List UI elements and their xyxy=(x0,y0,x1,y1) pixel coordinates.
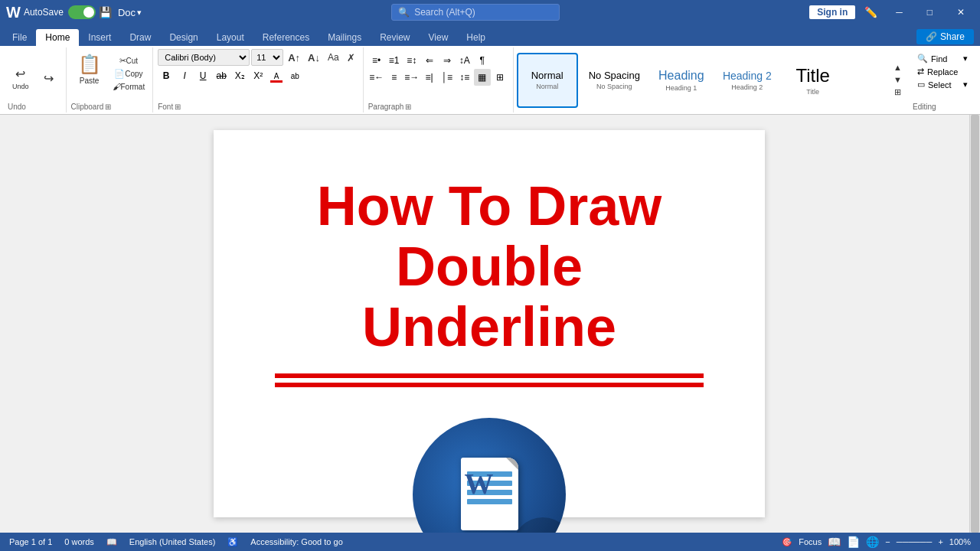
copy-button[interactable]: 📄 Copy xyxy=(109,68,149,80)
font-size-select[interactable]: 11 xyxy=(251,49,283,66)
style-heading1[interactable]: Heading Heading 1 xyxy=(651,53,712,108)
italic-button[interactable]: I xyxy=(176,67,193,84)
line-spacing-button[interactable]: ↕≡ xyxy=(456,69,473,86)
minimize-button[interactable]: ─ xyxy=(887,0,912,24)
feedback-icon[interactable]: ✏️ xyxy=(864,6,877,18)
decrease-indent-button[interactable]: ⇐ xyxy=(421,52,438,69)
title-line-1: How To Draw xyxy=(275,176,704,236)
tab-design[interactable]: Design xyxy=(160,29,207,46)
tab-view[interactable]: View xyxy=(420,29,458,46)
format-painter-button[interactable]: 🖌 Format xyxy=(109,81,149,92)
left-margin xyxy=(0,115,9,533)
tab-references[interactable]: References xyxy=(253,29,318,46)
justify-button[interactable]: ≡| xyxy=(421,69,438,86)
styles-up-button[interactable]: ▲ xyxy=(890,62,905,73)
double-underline xyxy=(275,373,704,387)
spell-check-icon[interactable]: 📖 xyxy=(106,537,117,547)
align-center-button[interactable]: ≡ xyxy=(386,69,403,86)
shading-button[interactable]: ▦ xyxy=(474,69,491,86)
tab-draw[interactable]: Draw xyxy=(120,29,160,46)
accessibility-icon: ♿ xyxy=(227,537,238,547)
tab-layout[interactable]: Layout xyxy=(207,29,253,46)
zoom-level[interactable]: 100% xyxy=(949,537,971,546)
clear-format-button[interactable]: ✗ xyxy=(344,51,358,64)
share-button[interactable]: 🔗 Share xyxy=(916,29,974,44)
language[interactable]: English (United States) xyxy=(129,537,216,546)
view-web-icon[interactable]: 🌐 xyxy=(866,536,879,548)
underline-button[interactable]: U xyxy=(194,67,211,84)
style-heading2[interactable]: Heading 2 Heading 2 xyxy=(715,53,779,108)
undo-group: ↩ Undo ↪ Undo xyxy=(3,47,67,112)
word-logo-container: W xyxy=(275,418,704,533)
share-label: Share xyxy=(940,31,965,42)
select-icon: ▭ xyxy=(917,80,925,90)
show-marks-button[interactable]: ¶ xyxy=(474,52,491,69)
borders-button[interactable]: ⊞ xyxy=(492,69,508,86)
grow-font-button[interactable]: A↑ xyxy=(285,51,303,64)
status-bar: Page 1 of 1 0 words 📖 English (United St… xyxy=(0,533,980,551)
signin-button[interactable]: Sign in xyxy=(809,5,855,19)
paste-button[interactable]: 📋 Paste xyxy=(71,52,108,86)
highlight-button[interactable]: ab xyxy=(286,67,303,84)
search-box[interactable]: 🔍 Search (Alt+Q) xyxy=(391,4,560,21)
vertical-scrollbar[interactable] xyxy=(969,115,980,533)
zoom-bar: ────── xyxy=(897,537,933,546)
zoom-in-button[interactable]: + xyxy=(938,537,942,546)
restore-button[interactable]: □ xyxy=(918,0,942,24)
bold-button[interactable]: B xyxy=(158,67,175,84)
find-button[interactable]: 🔍 Find ▾ xyxy=(913,52,972,65)
replace-icon: ⇄ xyxy=(917,67,924,77)
para-expand-icon[interactable]: ⊞ xyxy=(405,103,411,111)
focus-label[interactable]: Focus xyxy=(799,537,822,546)
multilevel-button[interactable]: ≡↕ xyxy=(403,52,420,69)
redo-button[interactable]: ↪ xyxy=(37,70,61,87)
focus-icon[interactable]: 🎯 xyxy=(782,537,792,547)
accessibility-status[interactable]: Accessibility: Good to go xyxy=(250,537,342,546)
tab-insert[interactable]: Insert xyxy=(79,29,120,46)
view-read-icon[interactable]: 📖 xyxy=(828,536,841,548)
replace-button[interactable]: ⇄ Replace xyxy=(913,65,972,78)
tab-file[interactable]: File xyxy=(3,29,36,46)
tab-review[interactable]: Review xyxy=(371,29,419,46)
cut-button[interactable]: ✂ Cut xyxy=(109,55,149,67)
subscript-button[interactable]: X₂ xyxy=(231,67,248,84)
style-no-spacing[interactable]: No Spacing No Spacing xyxy=(581,53,648,108)
autosave-area: AutoSave xyxy=(24,5,96,19)
paragraph-group: ≡• ≡1 ≡↕ ⇐ ⇒ ↕A ¶ ≡← ≡ ≡→ ≡| │≡ ↕≡ ▦ ⊞ P… xyxy=(364,47,514,112)
strikethrough-button[interactable]: ab xyxy=(213,67,230,84)
redo-icon: ↪ xyxy=(44,71,54,86)
undo-button[interactable]: ↩ Undo xyxy=(8,65,34,92)
font-color-button[interactable]: A xyxy=(268,67,285,84)
shrink-font-button[interactable]: A↓ xyxy=(305,51,323,64)
tab-home[interactable]: Home xyxy=(36,29,79,46)
view-print-icon[interactable]: 📄 xyxy=(847,536,860,548)
document-area[interactable]: How To Draw Double Underline xyxy=(9,115,969,533)
align-right-button[interactable]: ≡→ xyxy=(403,69,420,86)
styles-down-button[interactable]: ▼ xyxy=(890,74,905,85)
styles-expand-button[interactable]: ⊞ xyxy=(890,86,905,98)
save-icon[interactable]: 💾 xyxy=(99,6,112,18)
align-left-button[interactable]: ≡← xyxy=(368,69,385,86)
font-family-select[interactable]: Calibri (Body) xyxy=(158,49,250,66)
sort-button[interactable]: ↕A xyxy=(456,52,473,69)
select-button[interactable]: ▭ Select ▾ xyxy=(913,78,972,91)
superscript-button[interactable]: X² xyxy=(250,67,266,84)
style-title[interactable]: Title Title xyxy=(782,53,844,108)
change-case-button[interactable]: Aa xyxy=(325,51,342,64)
bullets-button[interactable]: ≡• xyxy=(368,52,385,69)
autosave-toggle[interactable] xyxy=(68,5,96,19)
clipboard-expand-icon[interactable]: ⊞ xyxy=(105,103,111,111)
underline-bottom xyxy=(275,383,704,387)
numbering-button[interactable]: ≡1 xyxy=(386,52,403,69)
style-normal[interactable]: Normal Normal xyxy=(517,53,578,108)
col-break-button[interactable]: │≡ xyxy=(439,69,456,86)
scroll-thumb[interactable] xyxy=(971,115,979,533)
increase-indent-button[interactable]: ⇒ xyxy=(439,52,456,69)
styles-arrows: ▲ ▼ ⊞ xyxy=(890,62,905,98)
tab-mailings[interactable]: Mailings xyxy=(318,29,371,46)
font-expand-icon[interactable]: ⊞ xyxy=(175,103,181,111)
titlebar-right: Sign in ✏️ ─ □ ✕ xyxy=(809,0,974,24)
zoom-out-button[interactable]: − xyxy=(885,537,890,546)
close-button[interactable]: ✕ xyxy=(948,0,974,24)
tab-help[interactable]: Help xyxy=(457,29,495,46)
